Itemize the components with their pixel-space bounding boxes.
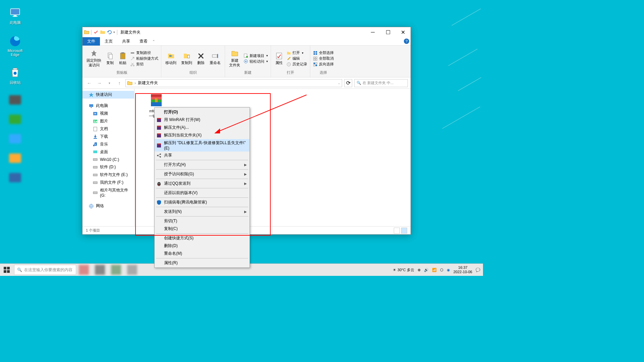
sidebar-this-pc[interactable]: 此电脑: [83, 102, 134, 110]
desktop-icon-edge[interactable]: Microsoft Edge: [5, 35, 25, 57]
cm-winrar-open[interactable]: 用 WinRAR 打开(W): [155, 116, 250, 124]
ribbon-collapse-icon[interactable]: ⌃: [152, 40, 155, 43]
sidebar-drive-f[interactable]: 我的文件 (F:): [83, 179, 134, 186]
folder-small-icon[interactable]: [100, 29, 105, 35]
tab-view[interactable]: 查看: [135, 37, 152, 46]
sidebar-drive-d[interactable]: 软件 (D:): [83, 163, 134, 171]
taskbar-item-blur[interactable]: [77, 264, 91, 276]
sidebar-drive-c[interactable]: Win10 (C:): [83, 156, 134, 163]
cm-restore-version[interactable]: 还原以前的版本(V): [155, 189, 250, 197]
cm-qq-send[interactable]: 通过QQ发送到▶: [155, 180, 250, 187]
star-icon: [89, 92, 94, 98]
cut-button[interactable]: 剪切: [130, 62, 158, 67]
edit-button[interactable]: 编辑: [286, 56, 307, 61]
cm-open-with[interactable]: 打开方式(H)▶: [155, 161, 250, 169]
paste-button[interactable]: 粘贴: [117, 51, 128, 66]
new-folder-button[interactable]: 新建 文件夹: [228, 49, 241, 68]
cm-extract-to-folder[interactable]: 解压到 "DLL修复工具-快速修复DLL丢失文件\"(E): [155, 139, 250, 152]
sidebar-network[interactable]: 网络: [83, 202, 134, 210]
titlebar[interactable]: | ▾ | 新建文件夹 ─ ☐ ✕: [83, 27, 411, 37]
close-button[interactable]: ✕: [395, 27, 411, 37]
sidebar-drive-g[interactable]: 相片与其他文件 (G:: [83, 186, 134, 199]
breadcrumb[interactable]: 新建文件夹: [138, 80, 158, 86]
copy-to-button[interactable]: 复制到: [180, 51, 194, 66]
view-icons-button[interactable]: [401, 228, 407, 234]
select-none-button[interactable]: 全部取消: [313, 56, 334, 61]
history-button[interactable]: 历史记录: [286, 62, 307, 67]
copy-button[interactable]: 复制: [105, 51, 115, 66]
clock[interactable]: 16:37 2022-10-06: [453, 265, 472, 274]
back-button[interactable]: ←: [85, 79, 93, 87]
tab-home[interactable]: 主页: [100, 37, 117, 46]
cm-properties[interactable]: 属性(R): [155, 259, 250, 267]
tray-icon[interactable]: ⬡: [440, 268, 443, 272]
search-box[interactable]: 🔍 在 新建文件夹 中...: [354, 79, 408, 87]
cm-rename[interactable]: 重命名(M): [155, 250, 250, 257]
cm-copy[interactable]: 复制(C): [155, 225, 250, 233]
cm-scan-virus[interactable]: 扫描病毒(腾讯电脑管家): [155, 198, 250, 206]
open-button[interactable]: 打开▾: [286, 50, 307, 55]
sidebar-item-desktop[interactable]: 桌面: [83, 148, 134, 156]
start-button[interactable]: [0, 264, 13, 276]
cm-extract-files[interactable]: 解压文件(A)...: [155, 124, 250, 131]
pin-button[interactable]: 固定到快 速访问: [85, 49, 103, 68]
svg-rect-0: [11, 9, 20, 15]
sidebar-item-video[interactable]: 视频: [83, 110, 134, 117]
address-bar[interactable]: › 新建文件夹 ⌄: [125, 79, 342, 87]
desktop-icon-this-pc[interactable]: 此电脑: [5, 7, 25, 25]
tab-share[interactable]: 共享: [117, 37, 135, 46]
undo-icon[interactable]: [107, 29, 112, 35]
taskbar-search[interactable]: 🔍 在这里输入你要搜索的内容: [14, 265, 76, 275]
tray-icon[interactable]: ◉: [447, 268, 450, 272]
cm-create-shortcut[interactable]: 创建快捷方式(S): [155, 234, 250, 242]
delete-button[interactable]: 删除: [196, 51, 206, 66]
cm-cut[interactable]: 剪切(T): [155, 217, 250, 225]
cm-delete[interactable]: 删除(D): [155, 242, 250, 250]
sidebar-item-documents[interactable]: 文档: [83, 125, 134, 133]
select-all-button[interactable]: 全部选择: [313, 50, 334, 55]
cm-send-to[interactable]: 发送到(N)▶: [155, 208, 250, 216]
sidebar-quick-access[interactable]: 快速访问: [83, 91, 134, 99]
easy-access-button[interactable]: 轻松访问▾: [244, 59, 268, 64]
minimize-button[interactable]: ─: [365, 27, 380, 37]
wifi-icon[interactable]: 📶: [432, 268, 437, 272]
taskbar-item-blur[interactable]: [93, 264, 107, 276]
cm-share[interactable]: 共享: [155, 152, 250, 159]
desktop-icon-blur[interactable]: [5, 95, 25, 105]
tray-icon[interactable]: ⊕: [418, 268, 421, 272]
help-button[interactable]: ?: [404, 39, 409, 44]
sidebar-item-pictures[interactable]: 图片: [83, 117, 134, 125]
rename-button[interactable]: 重命名: [208, 51, 222, 66]
desktop-icon-recycle[interactable]: 回收站: [5, 67, 25, 85]
properties-button[interactable]: 属性: [274, 51, 284, 66]
forward-button[interactable]: →: [95, 79, 103, 87]
taskbar-item-blur[interactable]: [125, 264, 139, 276]
select-invert-button[interactable]: 反向选择: [313, 62, 334, 67]
paste-shortcut-button[interactable]: 粘贴快捷方式: [130, 56, 158, 61]
share-icon: [156, 153, 162, 158]
notifications-icon[interactable]: 💬: [476, 268, 480, 272]
sidebar-item-music[interactable]: 音乐: [83, 140, 134, 148]
volume-icon[interactable]: 🔊: [424, 268, 429, 272]
maximize-button[interactable]: ☐: [380, 27, 395, 37]
desktop-icon-blur[interactable]: [5, 154, 25, 163]
new-item-button[interactable]: 新建项目▾: [244, 53, 268, 58]
view-details-button[interactable]: [394, 228, 400, 234]
desktop-icon-blur[interactable]: [5, 173, 25, 182]
taskbar-item-blur[interactable]: [109, 264, 123, 276]
desktop-icon-blur[interactable]: [5, 134, 25, 143]
refresh-button[interactable]: ⟳: [344, 79, 352, 87]
desktop-icon-blur[interactable]: [5, 115, 25, 124]
up-button[interactable]: ↑: [115, 79, 123, 87]
sidebar-item-downloads[interactable]: 下载: [83, 133, 134, 140]
cm-grant-access[interactable]: 授予访问权限(G)▶: [155, 170, 250, 178]
cm-open[interactable]: 打开(O): [155, 108, 250, 116]
recent-dropdown[interactable]: ▾: [105, 79, 113, 87]
tab-file[interactable]: 文件: [83, 37, 100, 46]
copy-path-button[interactable]: 复制路径: [130, 50, 158, 55]
weather-widget[interactable]: ☀ 30°C 多云: [393, 267, 414, 273]
cm-extract-here[interactable]: 解压到当前文件夹(X): [155, 131, 250, 139]
sidebar-drive-e[interactable]: 软件与文件 (E:): [83, 171, 134, 179]
check-icon[interactable]: [93, 29, 99, 35]
move-to-button[interactable]: 移动到: [164, 51, 178, 66]
